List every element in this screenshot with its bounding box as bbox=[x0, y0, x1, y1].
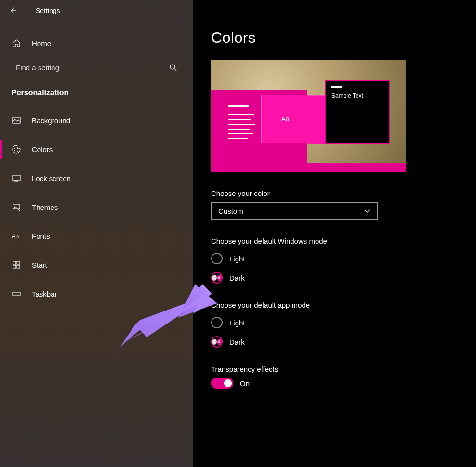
nav-item-label: Lock screen bbox=[32, 174, 71, 182]
taskbar-icon bbox=[12, 289, 21, 298]
svg-point-4 bbox=[17, 151, 18, 152]
nav-item-fonts[interactable]: AA Fonts bbox=[0, 221, 193, 250]
page-title: Colors bbox=[211, 29, 452, 47]
titlebar: Settings bbox=[0, 0, 193, 21]
preview-taskbar bbox=[211, 163, 406, 172]
nav-item-background[interactable]: Background bbox=[0, 106, 193, 135]
app-title: Settings bbox=[36, 7, 60, 14]
preview-lines bbox=[228, 102, 257, 143]
app-mode-label: Choose your default app mode bbox=[211, 301, 452, 309]
svg-rect-6 bbox=[15, 181, 18, 182]
chevron-down-icon bbox=[364, 208, 370, 214]
svg-rect-5 bbox=[13, 175, 20, 181]
radio-unchecked-icon bbox=[211, 317, 223, 328]
radio-label: Dark bbox=[229, 338, 245, 346]
section-title: Personalization bbox=[0, 84, 193, 106]
choose-color-label: Choose your color bbox=[211, 189, 452, 197]
choose-color-dropdown[interactable]: Custom bbox=[211, 202, 378, 220]
app-mode-group: Light Dark bbox=[211, 317, 452, 348]
nav-item-start[interactable]: Start bbox=[0, 250, 193, 279]
svg-rect-13 bbox=[17, 265, 20, 268]
nav-item-themes[interactable]: Themes bbox=[0, 193, 193, 221]
svg-point-2 bbox=[14, 148, 15, 149]
windows-mode-group: Light Dark bbox=[211, 253, 452, 284]
svg-rect-14 bbox=[13, 292, 20, 295]
radio-checked-icon bbox=[211, 336, 223, 348]
nav-item-label: Background bbox=[32, 117, 70, 125]
transparency-toggle[interactable] bbox=[211, 378, 233, 389]
radio-label: Light bbox=[229, 255, 245, 263]
radio-label: Dark bbox=[229, 274, 245, 282]
toggle-state-label: On bbox=[240, 379, 250, 388]
nav-item-label: Start bbox=[32, 261, 47, 269]
image-icon bbox=[12, 116, 21, 125]
color-preview: Aa Sample Text bbox=[211, 60, 406, 172]
transparency-label: Transparency effects bbox=[211, 365, 452, 373]
preview-window: Sample Text bbox=[325, 80, 390, 144]
svg-text:A: A bbox=[12, 233, 16, 240]
search-box[interactable] bbox=[10, 58, 183, 77]
search-input[interactable] bbox=[16, 64, 145, 72]
dropdown-value: Custom bbox=[218, 207, 243, 215]
back-button[interactable] bbox=[9, 6, 17, 15]
svg-point-3 bbox=[14, 150, 15, 151]
palette-icon bbox=[12, 144, 21, 154]
svg-rect-12 bbox=[13, 265, 16, 268]
svg-text:A: A bbox=[16, 234, 19, 239]
app-mode-light[interactable]: Light bbox=[211, 317, 452, 328]
nav-item-taskbar[interactable]: Taskbar bbox=[0, 279, 193, 308]
preview-sample-text: Sample Text bbox=[331, 92, 363, 99]
radio-label: Light bbox=[229, 319, 245, 327]
nav-item-label: Themes bbox=[32, 203, 58, 211]
nav-item-label: Taskbar bbox=[32, 290, 57, 298]
main-content: Colors Aa Sample Text Choose your color … bbox=[193, 0, 476, 467]
nav-item-colors[interactable]: Colors bbox=[0, 135, 193, 164]
nav-item-lockscreen[interactable]: Lock screen bbox=[0, 164, 193, 193]
themes-icon bbox=[12, 202, 21, 212]
svg-rect-10 bbox=[13, 261, 16, 264]
windows-mode-label: Choose your default Windows mode bbox=[211, 237, 452, 245]
start-icon bbox=[12, 260, 21, 270]
nav-home-label: Home bbox=[32, 39, 51, 48]
radio-unchecked-icon bbox=[211, 253, 223, 264]
windows-mode-light[interactable]: Light bbox=[211, 253, 452, 264]
search-icon bbox=[169, 64, 177, 71]
nav-item-label: Colors bbox=[32, 145, 53, 154]
lockscreen-icon bbox=[12, 173, 21, 183]
svg-rect-11 bbox=[17, 261, 20, 264]
app-mode-dark[interactable]: Dark bbox=[211, 336, 452, 348]
nav-item-label: Fonts bbox=[32, 232, 50, 240]
svg-point-0 bbox=[170, 65, 175, 69]
transparency-toggle-row: On bbox=[211, 378, 452, 389]
fonts-icon: AA bbox=[12, 232, 21, 240]
home-icon bbox=[12, 39, 21, 48]
sidebar: Settings Home Personalization Background bbox=[0, 0, 193, 467]
radio-checked-icon bbox=[211, 272, 223, 284]
nav-home[interactable]: Home bbox=[0, 31, 193, 56]
windows-mode-dark[interactable]: Dark bbox=[211, 272, 452, 284]
preview-tile: Aa bbox=[261, 95, 309, 143]
arrow-left-icon bbox=[9, 7, 17, 14]
